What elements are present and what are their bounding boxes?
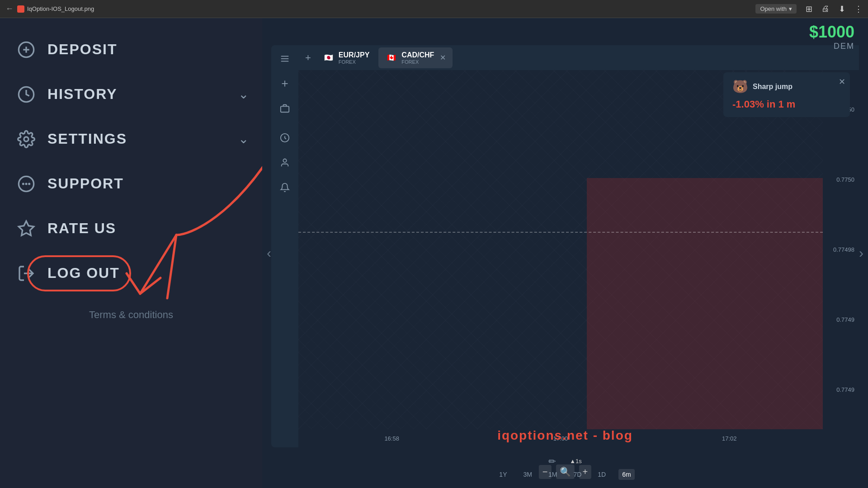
account-button[interactable] xyxy=(276,154,294,172)
chat-icon xyxy=(14,171,38,196)
price-tick-2: 0.7750 xyxy=(825,176,857,183)
chart-tab-eur-jpy[interactable]: 🇯🇵 EUR/JPY FOREX xyxy=(316,47,376,68)
add-tab-button[interactable]: + xyxy=(303,50,313,66)
more-icon[interactable]: ⋮ xyxy=(854,4,863,14)
red-candle-area xyxy=(587,178,823,430)
sidebar-item-settings[interactable]: SETTINGS ⌄ xyxy=(0,117,262,161)
open-with-arrow: ▾ xyxy=(789,5,792,12)
eur-jpy-pair: EUR/JPY xyxy=(339,51,369,59)
terms-conditions-link[interactable]: Terms & conditions xyxy=(0,305,262,325)
notification-title: Sharp jump xyxy=(753,83,793,91)
indicator-value: ▲1s xyxy=(570,458,582,465)
main-content: DEPOSIT HISTORY ⌄ SETTINGS ⌄ xyxy=(0,18,868,488)
watermark: iqoptions.net - blog xyxy=(497,428,633,443)
svg-rect-16 xyxy=(281,106,289,112)
price-tick-3: 0.77498 xyxy=(825,246,857,253)
price-line: 0.77498 ▶ xyxy=(298,232,823,233)
notification-header: 🐻 Sharp jump xyxy=(732,79,841,94)
portfolio-button[interactable] xyxy=(276,99,294,117)
cad-chf-flag: 🇨🇦 xyxy=(385,53,398,62)
sidebar-item-deposit[interactable]: DEPOSIT xyxy=(0,27,262,72)
cad-chf-pair: CAD/CHF xyxy=(401,51,434,59)
grid-icon[interactable]: ⊞ xyxy=(806,4,812,14)
time-tick-3: 17:02 xyxy=(722,435,737,442)
indicator-reading: ▲1s xyxy=(570,458,582,465)
rate-us-label: RATE US xyxy=(47,220,116,237)
settings-chevron: ⌄ xyxy=(238,131,249,146)
sidebar-item-support[interactable]: SUPPORT xyxy=(0,161,262,206)
timeframe-1y[interactable]: 1Y xyxy=(495,469,510,480)
print-icon[interactable]: 🖨 xyxy=(821,4,830,14)
timeframe-3m[interactable]: 3M xyxy=(519,469,535,480)
chart-candles: 0.77498 ▶ xyxy=(298,70,823,429)
balance-area: $1000 DEM xyxy=(809,23,854,51)
browser-back-button[interactable]: ← xyxy=(5,4,14,14)
timeframe-6m[interactable]: 6m xyxy=(618,469,634,480)
notification-popup: 🐻 Sharp jump -1.03% in 1 m ✕ xyxy=(723,72,850,117)
browser-title: IqOption-IOS_Logout.png xyxy=(27,5,755,12)
settings-label: SETTINGS xyxy=(47,131,127,147)
chart-arrow-right[interactable]: › xyxy=(859,245,863,261)
indicator-button[interactable] xyxy=(276,129,294,147)
sidebar-item-history[interactable]: HISTORY ⌄ xyxy=(0,72,262,117)
svg-marker-9 xyxy=(19,221,33,235)
price-tick-4: 0.7749 xyxy=(825,316,857,323)
svg-point-4 xyxy=(24,137,28,141)
browser-favicon xyxy=(17,5,24,13)
star-icon xyxy=(14,216,38,241)
price-tick-5: 0.7749 xyxy=(825,386,857,393)
bear-icon: 🐻 xyxy=(732,79,748,94)
close-tab-button[interactable]: ✕ xyxy=(440,53,446,62)
open-with-label: Open with xyxy=(760,5,787,12)
deposit-label: DEPOSIT xyxy=(47,41,117,58)
logout-label: LOG OUT xyxy=(47,265,120,282)
browser-right-icons: ⊞ 🖨 ⬇ ⋮ xyxy=(806,4,863,14)
trading-area: $1000 DEM ‹ › xyxy=(262,18,868,488)
trading-toolbar xyxy=(271,45,298,447)
eur-jpy-flag: 🇯🇵 xyxy=(322,53,335,62)
trading-panel: + 🇯🇵 EUR/JPY FOREX 🇨🇦 CAD/CHF FOREX xyxy=(271,45,859,447)
chart-area: + 🇯🇵 EUR/JPY FOREX 🇨🇦 CAD/CHF FOREX xyxy=(298,45,859,447)
balance-amount: $1000 xyxy=(809,23,854,42)
svg-point-18 xyxy=(283,159,286,162)
eur-jpy-type: FOREX xyxy=(339,59,369,65)
browser-bar: ← IqOption-IOS_Logout.png Open with ▾ ⊞ … xyxy=(0,0,868,18)
notification-value: -1.03% in 1 m xyxy=(732,99,841,110)
logout-icon xyxy=(14,261,38,286)
download-icon[interactable]: ⬇ xyxy=(839,4,845,14)
sidebar-item-logout[interactable]: LOG OUT xyxy=(0,251,262,296)
price-axis: 0.7750 0.7750 0.77498 0.7749 0.7749 xyxy=(823,70,859,429)
chart-arrow-left[interactable]: ‹ xyxy=(267,245,271,261)
cad-chf-type: FOREX xyxy=(401,59,434,65)
sidebar-item-rate-us[interactable]: RATE US xyxy=(0,206,262,251)
time-tick-1: 16:58 xyxy=(384,435,399,442)
zoom-icon[interactable]: 🔍 xyxy=(556,465,575,479)
zoom-plus-button[interactable]: + xyxy=(579,465,592,479)
plus-circle-icon xyxy=(14,37,38,62)
browser-open-with-button[interactable]: Open with ▾ xyxy=(755,4,797,14)
add-asset-button[interactable] xyxy=(276,75,294,93)
balance-mode: DEM xyxy=(809,42,854,51)
gear-icon xyxy=(14,127,38,151)
menu-button[interactable] xyxy=(276,50,294,68)
zoom-minus-button[interactable]: − xyxy=(539,465,552,479)
notifications-button[interactable] xyxy=(276,178,294,197)
history-chevron: ⌄ xyxy=(238,87,249,102)
sidebar: DEPOSIT HISTORY ⌄ SETTINGS ⌄ xyxy=(0,18,262,488)
timeframe-1d[interactable]: 1D xyxy=(594,469,609,480)
support-label: SUPPORT xyxy=(47,175,124,192)
chart-tab-cad-chf[interactable]: 🇨🇦 CAD/CHF FOREX ✕ xyxy=(378,47,453,68)
chart-tabs: + 🇯🇵 EUR/JPY FOREX 🇨🇦 CAD/CHF FOREX xyxy=(298,45,859,70)
clock-icon xyxy=(14,82,38,107)
history-label: HISTORY xyxy=(47,86,117,103)
notification-close-button[interactable]: ✕ xyxy=(839,77,845,87)
